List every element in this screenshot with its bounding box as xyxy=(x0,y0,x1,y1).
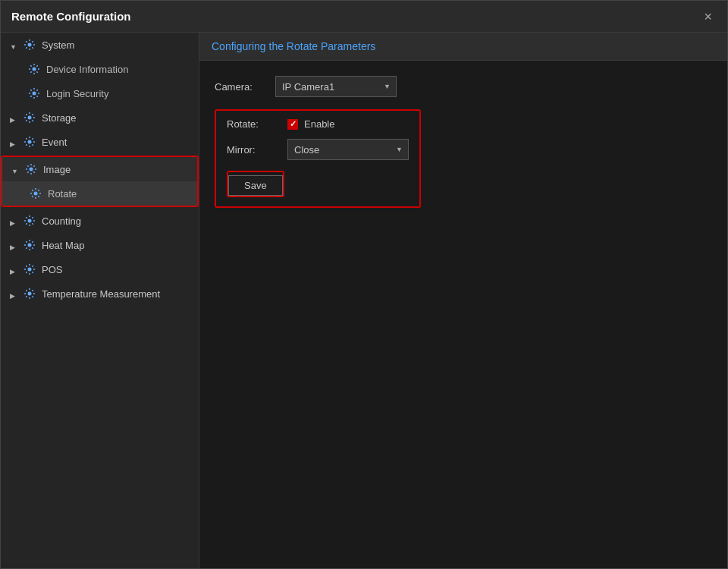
mirror-row: Mirror: Close Left/Right Up/Down Center xyxy=(227,139,409,160)
chevron-right-icon xyxy=(10,137,19,146)
enable-label: Enable xyxy=(304,118,334,130)
title-bar: Remote Configuration × xyxy=(1,1,727,33)
sidebar-item-device-information[interactable]: Device Information xyxy=(1,57,199,81)
gear-icon xyxy=(30,187,42,200)
sidebar-item-event[interactable]: Event xyxy=(1,130,199,154)
sidebar-pos-label: POS xyxy=(42,264,62,275)
svg-point-6 xyxy=(34,192,38,196)
sidebar-item-login-security[interactable]: Login Security xyxy=(1,81,199,105)
gear-icon xyxy=(24,239,36,251)
dialog-body: System Device Information Login Security xyxy=(1,33,727,568)
camera-select-wrapper: IP Camera1 IP Camera2 xyxy=(275,76,397,97)
svg-point-1 xyxy=(33,68,36,71)
sidebar: System Device Information Login Security xyxy=(1,33,199,568)
mirror-select-wrapper: Close Left/Right Up/Down Center xyxy=(287,139,409,160)
sidebar-login-security-label: Login Security xyxy=(46,88,108,99)
sidebar-item-system[interactable]: System xyxy=(1,33,199,57)
image-group-highlight: Image Rotate xyxy=(1,156,199,207)
close-button[interactable]: × xyxy=(699,8,717,25)
gear-icon xyxy=(24,136,36,148)
sidebar-event-label: Event xyxy=(42,137,67,148)
sidebar-device-information-label: Device Information xyxy=(46,64,128,75)
dialog-title: Remote Configuration xyxy=(11,10,131,23)
rotate-config-section: Rotate: Enable Mirror: Close Left/Right xyxy=(215,109,421,208)
gear-icon xyxy=(24,288,36,300)
rotate-row: Rotate: Enable xyxy=(227,118,409,130)
rotate-enable-wrapper: Enable xyxy=(287,118,334,130)
sidebar-item-heat-map[interactable]: Heat Map xyxy=(1,233,199,257)
content-header: Configuring the Rotate Parameters xyxy=(199,33,727,61)
svg-point-5 xyxy=(30,168,33,171)
sidebar-counting-label: Counting xyxy=(42,215,81,227)
camera-label: Camera: xyxy=(215,81,275,93)
sidebar-heat-map-label: Heat Map xyxy=(42,240,84,251)
camera-select[interactable]: IP Camera1 IP Camera2 xyxy=(275,76,397,97)
gear-icon xyxy=(28,63,40,75)
gear-icon xyxy=(24,215,36,227)
chevron-right-icon xyxy=(10,289,19,298)
sidebar-image-label: Image xyxy=(43,164,71,175)
gear-icon xyxy=(28,87,40,99)
rotate-label: Rotate: xyxy=(227,118,287,130)
svg-point-4 xyxy=(28,140,32,144)
svg-point-9 xyxy=(28,268,32,272)
sidebar-temperature-measurement-label: Temperature Measurement xyxy=(42,288,160,300)
sidebar-system-label: System xyxy=(42,39,74,51)
chevron-right-icon xyxy=(10,113,19,122)
svg-point-10 xyxy=(28,292,32,296)
main-content: Configuring the Rotate Parameters Camera… xyxy=(199,33,727,568)
svg-point-7 xyxy=(28,219,32,223)
gear-icon xyxy=(24,112,36,124)
save-button-highlight: Save xyxy=(227,171,284,197)
camera-row: Camera: IP Camera1 IP Camera2 xyxy=(215,76,712,97)
sidebar-item-rotate[interactable]: Rotate xyxy=(2,181,197,206)
sidebar-item-image[interactable]: Image xyxy=(2,157,197,181)
svg-point-0 xyxy=(28,43,32,47)
gear-icon xyxy=(24,39,36,51)
sidebar-item-pos[interactable]: POS xyxy=(1,257,199,281)
gear-icon xyxy=(24,263,36,275)
rotate-enable-checkbox[interactable] xyxy=(287,119,298,130)
save-button[interactable]: Save xyxy=(228,175,283,196)
svg-point-3 xyxy=(28,116,32,120)
chevron-right-icon xyxy=(10,216,19,225)
sidebar-rotate-label: Rotate xyxy=(48,188,77,200)
content-body: Camera: IP Camera1 IP Camera2 Rotate: xyxy=(199,61,727,568)
svg-point-8 xyxy=(28,244,32,247)
sidebar-item-counting[interactable]: Counting xyxy=(1,209,199,233)
chevron-down-icon xyxy=(11,165,20,174)
svg-point-2 xyxy=(33,92,36,96)
chevron-right-icon xyxy=(10,240,19,250)
sidebar-item-storage[interactable]: Storage xyxy=(1,105,199,130)
mirror-label: Mirror: xyxy=(227,144,287,156)
gear-icon xyxy=(25,163,37,175)
chevron-down-icon xyxy=(10,40,19,49)
sidebar-item-temperature-measurement[interactable]: Temperature Measurement xyxy=(1,281,199,306)
remote-config-dialog: Remote Configuration × System Device Inf… xyxy=(0,0,728,569)
mirror-select[interactable]: Close Left/Right Up/Down Center xyxy=(287,139,409,160)
sidebar-storage-label: Storage xyxy=(42,112,77,124)
chevron-right-icon xyxy=(10,265,19,274)
